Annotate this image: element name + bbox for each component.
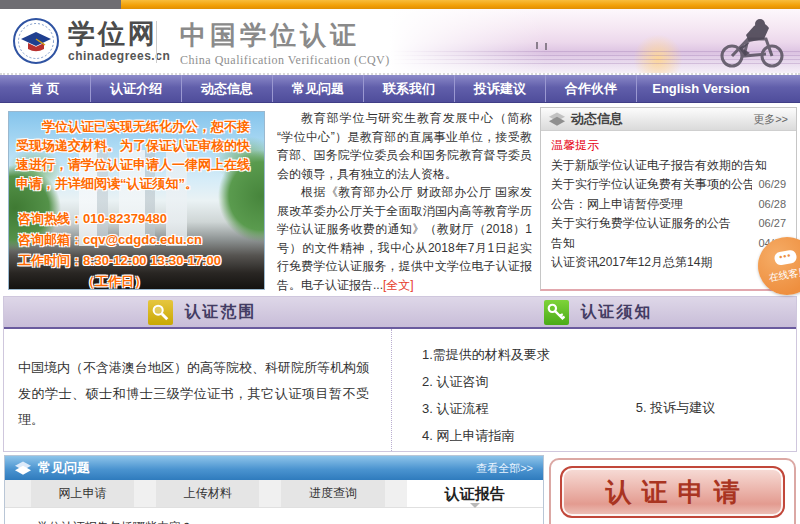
layers-icon	[15, 461, 31, 476]
notes-header: 认证须知	[400, 297, 796, 327]
apply-panel: 认证申请	[549, 458, 796, 524]
page: 学位网 chinadegrees.cn 中国学位认证 China Qualifi…	[0, 0, 800, 524]
news-item[interactable]: 告知04/18	[551, 234, 786, 254]
nav-item-news[interactable]: 动态信息	[181, 75, 272, 102]
faq-view-all-link[interactable]: 查看全部>>	[476, 461, 533, 476]
nav-item-contact[interactable]: 联系我们	[363, 75, 454, 102]
faq-tabs: 网上申请 上传材料 进度查询 认证报告	[5, 480, 543, 508]
faq-title: 常见问题	[38, 459, 90, 477]
hotline-line: 咨询热线：010-82379480	[18, 208, 221, 229]
news-more-link[interactable]: 更多>>	[753, 112, 788, 127]
promo-contact-info: 咨询热线：010-82379480 咨询邮箱：cqv@cdgdc.edu.cn …	[18, 208, 221, 290]
notes-item-materials[interactable]: 1.需提供的材料及要求	[422, 341, 550, 368]
faq-tab-progress[interactable]: 进度查询	[281, 480, 384, 507]
page-title: 中国学位认证	[180, 21, 390, 51]
intro-paragraph-2-text: 根据《教育部办公厅 财政部办公厅 国家发展改革委办公厅关于全面取消国内高等教育学…	[277, 185, 532, 292]
intro-paragraph-2: 根据《教育部办公厅 财政部办公厅 国家发展改革委办公厅关于全面取消国内高等教育学…	[277, 183, 532, 294]
nav-item-cert-intro[interactable]: 认证介绍	[90, 75, 181, 102]
header-banner-image	[390, 9, 800, 73]
news-item[interactable]: 认证资讯2017年12月总第14期01/09	[551, 253, 786, 273]
top-bar-gray-segment	[0, 0, 121, 9]
key-icon	[544, 300, 569, 325]
faq-tab-report[interactable]: 认证报告	[407, 480, 543, 507]
mid-section-header: 认证范围 认证须知	[4, 297, 796, 329]
site-header: 学位网 chinadegrees.cn 中国学位认证 China Qualifi…	[0, 9, 800, 75]
scope-content: 中国境内（不含港澳台地区）的高等院校、科研院所等机构颁发的学士、硕士和博士三级学…	[4, 329, 392, 451]
workday-line: （工作日）	[18, 271, 221, 290]
notes-title: 认证须知	[581, 302, 653, 323]
faq-panel: 常见问题 查看全部>> 网上申请 上传材料 进度查询 认证报告 学位认证报告包括…	[4, 455, 544, 524]
cyclist-silhouette-icon	[710, 15, 794, 69]
faq-question-link[interactable]: 学位认证报告包括哪些内容？	[37, 519, 543, 524]
promo-notice: 学位认证已实现无纸化办公，恕不接受现场递交材料。为了保证认证审核的快速进行，请学…	[16, 117, 257, 193]
news-item[interactable]: 关于实行学位认证免费有关事项的公告06/29	[551, 175, 786, 195]
main-navigation: 首 页 认证介绍 动态信息 常见问题 联系我们 投诉建议 合作伙伴 Englis…	[0, 75, 800, 103]
top-bar	[0, 0, 800, 9]
faq-panel-header: 常见问题 查看全部>>	[5, 456, 543, 480]
full-text-link[interactable]: [全文]	[383, 278, 414, 292]
news-panel-title: 动态信息	[571, 110, 623, 128]
main-content-row: 学位认证已实现无纸化办公，恕不接受现场递交材料。为了保证认证审核的快速进行，请学…	[0, 107, 800, 294]
notes-item-process[interactable]: 3. 认证流程	[422, 395, 550, 422]
nav-item-faq[interactable]: 常见问题	[272, 75, 363, 102]
news-item[interactable]: 关于实行免费学位认证服务的公告06/27	[551, 214, 786, 234]
scope-title: 认证范围	[185, 302, 257, 323]
faq-tab-upload[interactable]: 上传材料	[156, 480, 259, 507]
nav-item-home[interactable]: 首 页	[0, 75, 90, 102]
chat-bubble-icon: •••	[773, 249, 797, 266]
promo-banner[interactable]: 学位认证已实现无纸化办公，恕不接受现场递交材料。为了保证认证审核的快速进行，请学…	[8, 111, 265, 290]
notes-content: 1.需提供的材料及要求 2. 认证咨询 3. 认证流程 4. 网上申请指南 5.…	[392, 329, 796, 451]
site-title-block: 中国学位认证 China Qualification Verification …	[180, 21, 390, 68]
apply-button[interactable]: 认证申请	[560, 466, 785, 518]
nav-item-partners[interactable]: 合作伙伴	[545, 75, 636, 102]
site-name: 学位网	[68, 19, 170, 49]
scope-header: 认证范围	[4, 297, 400, 327]
site-logo[interactable]	[12, 17, 60, 65]
news-item-tip[interactable]: 温馨提示	[551, 136, 786, 156]
nav-item-english-version[interactable]: English Version	[636, 75, 765, 102]
nav-item-complaints[interactable]: 投诉建议	[454, 75, 545, 102]
hours-line: 工作时间：8:30-12:00 13:30-17:00	[18, 250, 221, 271]
header-divider	[156, 21, 157, 63]
news-item[interactable]: 公告：网上申请暂停受理06/28	[551, 195, 786, 215]
promo-text-overlay: 学位认证已实现无纸化办公，恕不接受现场递交材料。为了保证认证审核的快速进行，请学…	[9, 112, 264, 289]
intro-paragraph-1: 教育部学位与研究生教育发展中心（简称“学位中心”）是教育部的直属事业单位，接受教…	[277, 109, 532, 183]
news-panel-header: 动态信息 更多>>	[541, 108, 796, 131]
site-name-block: 学位网 chinadegrees.cn	[68, 19, 170, 63]
distant-people-silhouette	[536, 42, 538, 49]
center-intro: 教育部学位与研究生教育发展中心（简称“学位中心”）是教育部的直属事业单位，接受教…	[277, 109, 532, 294]
notes-list: 1.需提供的材料及要求 2. 认证咨询 3. 认证流程 4. 网上申请指南	[422, 341, 550, 451]
notes-item-online-guide[interactable]: 4. 网上申请指南	[422, 422, 550, 449]
faq-tab-online-apply[interactable]: 网上申请	[31, 480, 134, 507]
notes-item-complaints[interactable]: 5. 投诉与建议	[636, 399, 715, 451]
news-list: 温馨提示 关于新版学位认证电子报告有效期的告知 关于实行学位认证免费有关事项的公…	[541, 136, 796, 273]
page-subtitle: China Qualification Verification (CQV)	[180, 53, 390, 68]
magnifier-icon	[148, 300, 173, 325]
top-bar-orange-segment	[121, 0, 800, 9]
news-item[interactable]: 关于新版学位认证电子报告有效期的告知	[551, 156, 786, 176]
site-domain: chinadegrees.cn	[68, 49, 170, 63]
mid-section-body: 中国境内（不含港澳台地区）的高等院校、科研院所等机构颁发的学士、硕士和博士三级学…	[4, 329, 796, 451]
mid-section: 认证范围 认证须知 中国境内（不含港澳台地区）的高等院校、科研院所等机构颁发的学…	[3, 296, 797, 452]
bottom-row: 常见问题 查看全部>> 网上申请 上传材料 进度查询 认证报告 学位认证报告包括…	[0, 455, 800, 524]
email-line: 咨询邮箱：cqv@cdgdc.edu.cn	[18, 229, 221, 250]
notes-item-consult[interactable]: 2. 认证咨询	[422, 368, 550, 395]
layers-icon	[549, 112, 565, 127]
